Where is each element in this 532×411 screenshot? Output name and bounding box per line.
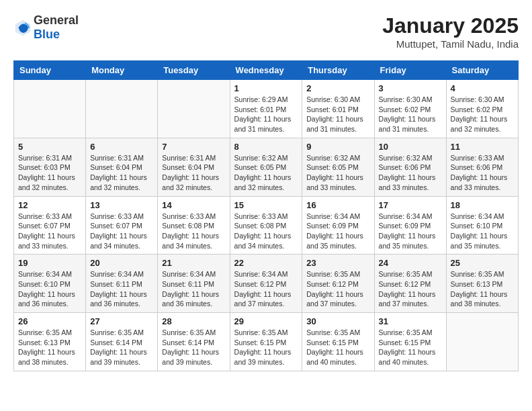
logo-blue: Blue <box>34 28 60 41</box>
day-info: Sunrise: 6:35 AM Sunset: 6:13 PM Dayligh… <box>18 328 81 367</box>
day-number: 17 <box>379 200 442 210</box>
day-info: Sunrise: 6:35 AM Sunset: 6:12 PM Dayligh… <box>379 269 442 309</box>
weekday-header-row: SundayMondayTuesdayWednesdayThursdayFrid… <box>14 61 519 80</box>
calendar-cell: 19Sunrise: 6:34 AM Sunset: 6:10 PM Dayli… <box>14 255 86 313</box>
day-info: Sunrise: 6:30 AM Sunset: 6:01 PM Dayligh… <box>306 95 369 134</box>
weekday-header: Tuesday <box>158 61 230 80</box>
day-info: Sunrise: 6:32 AM Sunset: 6:06 PM Dayligh… <box>379 153 442 193</box>
calendar-cell: 23Sunrise: 6:35 AM Sunset: 6:12 PM Dayli… <box>302 255 374 313</box>
day-number: 29 <box>234 316 298 326</box>
logo: General Blue <box>13 13 79 42</box>
calendar-cell: 14Sunrise: 6:33 AM Sunset: 6:08 PM Dayli… <box>158 196 230 255</box>
calendar-cell: 6Sunrise: 6:31 AM Sunset: 6:04 PM Daylig… <box>86 138 158 196</box>
day-info: Sunrise: 6:34 AM Sunset: 6:10 PM Dayligh… <box>18 269 81 309</box>
day-info: Sunrise: 6:33 AM Sunset: 6:08 PM Dayligh… <box>234 212 298 251</box>
day-number: 15 <box>234 200 298 210</box>
day-info: Sunrise: 6:31 AM Sunset: 6:03 PM Dayligh… <box>18 153 81 193</box>
calendar-cell: 18Sunrise: 6:34 AM Sunset: 6:10 PM Dayli… <box>446 196 518 255</box>
day-number: 14 <box>162 200 225 210</box>
location: Muttupet, Tamil Nadu, India <box>382 38 519 50</box>
calendar-cell: 9Sunrise: 6:32 AM Sunset: 6:05 PM Daylig… <box>302 138 374 196</box>
day-number: 9 <box>306 142 369 152</box>
calendar-cell: 16Sunrise: 6:34 AM Sunset: 6:09 PM Dayli… <box>302 196 374 255</box>
calendar-week-row: 26Sunrise: 6:35 AM Sunset: 6:13 PM Dayli… <box>14 313 519 371</box>
calendar-cell: 29Sunrise: 6:35 AM Sunset: 6:15 PM Dayli… <box>230 313 302 371</box>
day-number: 21 <box>162 258 225 268</box>
calendar-cell: 11Sunrise: 6:33 AM Sunset: 6:06 PM Dayli… <box>446 138 518 196</box>
calendar-cell: 15Sunrise: 6:33 AM Sunset: 6:08 PM Dayli… <box>230 196 302 255</box>
calendar-cell: 27Sunrise: 6:35 AM Sunset: 6:14 PM Dayli… <box>86 313 158 371</box>
day-info: Sunrise: 6:35 AM Sunset: 6:15 PM Dayligh… <box>306 328 369 367</box>
day-number: 27 <box>90 316 153 326</box>
day-info: Sunrise: 6:33 AM Sunset: 6:08 PM Dayligh… <box>162 212 225 251</box>
day-info: Sunrise: 6:35 AM Sunset: 6:14 PM Dayligh… <box>162 328 225 367</box>
weekday-header: Sunday <box>14 61 86 80</box>
logo-icon <box>13 18 32 37</box>
calendar-cell: 30Sunrise: 6:35 AM Sunset: 6:15 PM Dayli… <box>302 313 374 371</box>
day-number: 23 <box>306 258 369 268</box>
day-info: Sunrise: 6:33 AM Sunset: 6:06 PM Dayligh… <box>451 153 514 193</box>
calendar-cell <box>14 80 86 138</box>
day-number: 30 <box>306 316 369 326</box>
day-info: Sunrise: 6:30 AM Sunset: 6:02 PM Dayligh… <box>379 95 442 134</box>
day-info: Sunrise: 6:34 AM Sunset: 6:11 PM Dayligh… <box>90 269 153 309</box>
calendar-cell: 1Sunrise: 6:29 AM Sunset: 6:01 PM Daylig… <box>230 80 302 138</box>
calendar-cell: 8Sunrise: 6:32 AM Sunset: 6:05 PM Daylig… <box>230 138 302 196</box>
day-number: 3 <box>379 83 442 93</box>
calendar-cell: 26Sunrise: 6:35 AM Sunset: 6:13 PM Dayli… <box>14 313 86 371</box>
day-info: Sunrise: 6:31 AM Sunset: 6:04 PM Dayligh… <box>90 153 153 193</box>
calendar-cell <box>158 80 230 138</box>
day-number: 2 <box>306 83 369 93</box>
day-number: 8 <box>234 142 298 152</box>
weekday-header: Thursday <box>302 61 374 80</box>
day-number: 18 <box>451 200 514 210</box>
day-number: 25 <box>451 258 514 268</box>
day-info: Sunrise: 6:35 AM Sunset: 6:15 PM Dayligh… <box>234 328 298 367</box>
calendar-table: SundayMondayTuesdayWednesdayThursdayFrid… <box>13 60 519 371</box>
weekday-header: Saturday <box>446 61 518 80</box>
calendar-cell: 13Sunrise: 6:33 AM Sunset: 6:07 PM Dayli… <box>86 196 158 255</box>
day-info: Sunrise: 6:31 AM Sunset: 6:04 PM Dayligh… <box>162 153 225 193</box>
day-number: 22 <box>234 258 298 268</box>
calendar-cell: 5Sunrise: 6:31 AM Sunset: 6:03 PM Daylig… <box>14 138 86 196</box>
logo-general: General <box>34 13 79 27</box>
day-info: Sunrise: 6:32 AM Sunset: 6:05 PM Dayligh… <box>234 153 298 193</box>
day-number: 4 <box>451 83 514 93</box>
day-info: Sunrise: 6:33 AM Sunset: 6:07 PM Dayligh… <box>90 212 153 251</box>
day-info: Sunrise: 6:35 AM Sunset: 6:15 PM Dayligh… <box>379 328 442 367</box>
weekday-header: Wednesday <box>230 61 302 80</box>
calendar-cell: 28Sunrise: 6:35 AM Sunset: 6:14 PM Dayli… <box>158 313 230 371</box>
calendar-cell: 10Sunrise: 6:32 AM Sunset: 6:06 PM Dayli… <box>374 138 446 196</box>
calendar-cell: 2Sunrise: 6:30 AM Sunset: 6:01 PM Daylig… <box>302 80 374 138</box>
day-number: 19 <box>18 258 81 268</box>
calendar-cell <box>446 313 518 371</box>
day-number: 1 <box>234 83 298 93</box>
day-info: Sunrise: 6:30 AM Sunset: 6:02 PM Dayligh… <box>451 95 514 134</box>
title-block: January 2025 Muttupet, Tamil Nadu, India <box>382 13 519 50</box>
weekday-header: Monday <box>86 61 158 80</box>
calendar-week-row: 19Sunrise: 6:34 AM Sunset: 6:10 PM Dayli… <box>14 255 519 313</box>
day-info: Sunrise: 6:35 AM Sunset: 6:14 PM Dayligh… <box>90 328 153 367</box>
day-info: Sunrise: 6:35 AM Sunset: 6:12 PM Dayligh… <box>306 269 369 309</box>
day-info: Sunrise: 6:34 AM Sunset: 6:09 PM Dayligh… <box>379 212 442 251</box>
day-number: 24 <box>379 258 442 268</box>
day-info: Sunrise: 6:34 AM Sunset: 6:10 PM Dayligh… <box>451 212 514 251</box>
calendar-week-row: 5Sunrise: 6:31 AM Sunset: 6:03 PM Daylig… <box>14 138 519 196</box>
calendar-week-row: 1Sunrise: 6:29 AM Sunset: 6:01 PM Daylig… <box>14 80 519 138</box>
day-number: 5 <box>18 142 81 152</box>
day-info: Sunrise: 6:34 AM Sunset: 6:12 PM Dayligh… <box>234 269 298 309</box>
day-number: 28 <box>162 316 225 326</box>
calendar-cell: 24Sunrise: 6:35 AM Sunset: 6:12 PM Dayli… <box>374 255 446 313</box>
day-info: Sunrise: 6:33 AM Sunset: 6:07 PM Dayligh… <box>18 212 81 251</box>
calendar-cell <box>86 80 158 138</box>
logo-text: General Blue <box>34 13 79 42</box>
calendar-cell: 20Sunrise: 6:34 AM Sunset: 6:11 PM Dayli… <box>86 255 158 313</box>
calendar-cell: 21Sunrise: 6:34 AM Sunset: 6:11 PM Dayli… <box>158 255 230 313</box>
day-number: 7 <box>162 142 225 152</box>
weekday-header: Friday <box>374 61 446 80</box>
calendar-cell: 7Sunrise: 6:31 AM Sunset: 6:04 PM Daylig… <box>158 138 230 196</box>
day-info: Sunrise: 6:34 AM Sunset: 6:11 PM Dayligh… <box>162 269 225 309</box>
calendar-cell: 3Sunrise: 6:30 AM Sunset: 6:02 PM Daylig… <box>374 80 446 138</box>
calendar-cell: 12Sunrise: 6:33 AM Sunset: 6:07 PM Dayli… <box>14 196 86 255</box>
page-header: General Blue January 2025 Muttupet, Tami… <box>13 13 519 50</box>
